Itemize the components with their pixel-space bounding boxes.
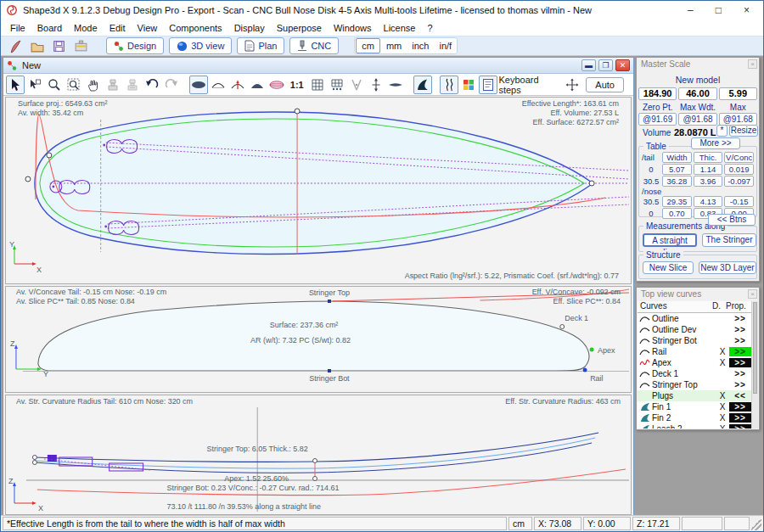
scrollbar-thumb[interactable] xyxy=(753,302,757,394)
curve-prop-button[interactable]: >> xyxy=(729,413,751,423)
stringer-bot-marker[interactable] xyxy=(328,369,331,372)
curvature-tool-icon[interactable] xyxy=(440,76,458,94)
cell-vconc[interactable]: -0.15 xyxy=(724,196,754,207)
slice-view-icon[interactable] xyxy=(209,76,228,94)
menu-item-mode[interactable]: Mode xyxy=(68,21,104,35)
save-icon[interactable] xyxy=(50,37,67,54)
tail-control-2[interactable] xyxy=(32,461,37,465)
cell-width[interactable]: 29.35 xyxy=(662,196,692,207)
control-point-1[interactable] xyxy=(47,153,52,158)
cnc-button[interactable]: CNC xyxy=(289,37,339,54)
curve-prop-button[interactable]: >> xyxy=(729,314,751,323)
cell-width[interactable]: 0.70 xyxy=(662,208,692,219)
undo-icon[interactable] xyxy=(143,76,161,94)
tail-control-1[interactable] xyxy=(32,456,37,460)
resize-grip[interactable] xyxy=(751,517,761,530)
curves-panel-close-icon[interactable]: × xyxy=(748,289,757,299)
menu-item-license[interactable]: License xyxy=(378,21,422,35)
3d-view-button[interactable]: 3D view xyxy=(169,37,232,54)
fin-tool-icon[interactable] xyxy=(413,76,432,94)
curve-row-stringer-bot[interactable]: Stringer Bot >> xyxy=(638,335,751,346)
curve-row-stringer-top[interactable]: Stringer Top >> xyxy=(638,379,751,390)
profile-view-panel[interactable]: ZX Av. Str. Curvature Radius Tail: 610 c… xyxy=(5,395,632,515)
export-machine-icon[interactable] xyxy=(72,37,89,54)
stamp-copy-icon[interactable] xyxy=(104,76,122,94)
curve-prop-button[interactable]: >> xyxy=(729,369,751,378)
design-mode-button[interactable]: Design xyxy=(106,37,164,54)
grid-icon[interactable] xyxy=(308,76,327,94)
curve-row-apex[interactable]: Apex X >> xyxy=(638,357,751,368)
control-point-center[interactable] xyxy=(295,109,300,114)
straight-line-button[interactable]: A straight line xyxy=(643,233,697,247)
unit-inch[interactable]: inch xyxy=(407,41,434,51)
top-view-panel[interactable]: YX Surface proj.: 6549.63 cm² Av. width:… xyxy=(5,97,632,284)
move-cross-icon[interactable] xyxy=(563,76,581,94)
curve-row-outline-dev[interactable]: Outline Dev >> xyxy=(638,324,751,335)
curve-row-rail[interactable]: Rail X >> xyxy=(638,346,751,357)
master-scale-close-icon[interactable]: × xyxy=(748,59,757,69)
curve-prop-button[interactable]: >> xyxy=(729,402,751,412)
curve-row-fin2[interactable]: Fin 2 X >> xyxy=(638,412,751,423)
select-multi-icon[interactable] xyxy=(25,76,44,94)
scale-1-1-button[interactable]: 1:1 xyxy=(287,80,307,90)
cell-thic[interactable]: 3.96 xyxy=(694,176,723,187)
stamp-paste-icon[interactable] xyxy=(123,76,142,94)
unit-mm[interactable]: mm xyxy=(381,41,407,51)
curve-prop-button[interactable]: >> xyxy=(729,380,751,389)
btns-toggle-button[interactable]: << Btns xyxy=(708,214,756,226)
curve-prop-button[interactable]: >> xyxy=(729,424,751,428)
curves-column-header[interactable]: Curves xyxy=(638,301,712,312)
deck-view-icon[interactable] xyxy=(248,76,267,94)
profile-view-canvas[interactable]: ZX Av. Str. Curvature Radius Tail: 610 c… xyxy=(6,395,631,514)
zero-pt-value[interactable]: @91.69 xyxy=(638,113,677,126)
profile-control-top[interactable] xyxy=(313,459,317,463)
doc-minimize-button[interactable]: ▬ xyxy=(581,59,596,71)
curve-row-leash2[interactable]: Leash 2 X >> xyxy=(638,423,751,428)
col-vconc-header[interactable]: V/Conc xyxy=(724,152,754,163)
menu-item-help[interactable]: ? xyxy=(421,21,438,35)
curve-row-plugs[interactable]: Plugs X << xyxy=(638,390,751,401)
d-column-header[interactable]: D. xyxy=(712,301,726,312)
length-value[interactable]: 184.90 xyxy=(638,87,677,100)
unit-inf[interactable]: in/f xyxy=(434,41,457,51)
max-thck-value[interactable]: @91.68 xyxy=(719,113,757,126)
curve-display-flag[interactable]: X xyxy=(716,358,729,367)
control-point-2[interactable] xyxy=(25,176,31,182)
col-width-header[interactable]: Width xyxy=(662,152,692,163)
slice-view-canvas[interactable]: ZY Av. V/Concave Tail: -0.15 cm Nose: -0… xyxy=(6,287,631,392)
max-wdt-value[interactable]: @91.68 xyxy=(678,113,716,126)
menu-item-display[interactable]: Display xyxy=(228,21,271,35)
volume-star-button[interactable]: * xyxy=(716,125,727,137)
curve-row-outline[interactable]: Outline >> xyxy=(638,313,751,324)
properties-panel-icon[interactable] xyxy=(479,76,497,94)
cell-width[interactable]: 36.28 xyxy=(662,176,692,187)
apex-marker[interactable] xyxy=(590,348,594,352)
curve-row-deck1[interactable]: Deck 1 >> xyxy=(638,368,751,379)
unit-cm[interactable]: cm xyxy=(356,38,380,53)
curve-display-flag[interactable]: X xyxy=(716,347,729,356)
new-slice-button[interactable]: New Slice xyxy=(643,261,694,274)
top-view-canvas[interactable]: YX Surface proj.: 6549.63 cm² Av. width:… xyxy=(6,98,631,283)
doc-close-button[interactable]: ✕ xyxy=(615,59,630,71)
curve-prop-button[interactable]: >> xyxy=(729,336,751,345)
open-folder-icon[interactable] xyxy=(28,37,45,54)
stringer-top-marker[interactable] xyxy=(328,300,331,303)
more-button[interactable]: More >> xyxy=(691,137,740,149)
menu-item-components[interactable]: Components xyxy=(163,21,228,35)
curve-display-flag[interactable]: X xyxy=(716,391,729,400)
curve-display-flag[interactable]: X xyxy=(716,413,729,423)
minimize-button[interactable]: – xyxy=(688,4,694,16)
resize-button[interactable]: Resize xyxy=(729,125,758,137)
thickness-value[interactable]: 5.99 xyxy=(719,87,757,100)
cell-thic[interactable]: 4.13 xyxy=(694,196,723,207)
cell-thic[interactable]: 1.14 xyxy=(694,164,723,175)
grid-handles-icon[interactable] xyxy=(328,76,346,94)
zoom-icon[interactable] xyxy=(45,76,64,94)
new-document-icon[interactable] xyxy=(6,37,23,54)
cell-width[interactable]: 5.07 xyxy=(662,164,692,175)
auto-button[interactable]: Auto xyxy=(586,77,624,92)
curve-prop-button[interactable]: >> xyxy=(729,358,751,367)
the-stringer-button[interactable]: The Stringer xyxy=(702,233,756,247)
master-scale-title[interactable]: Master Scale xyxy=(637,58,759,70)
slice-view-panel[interactable]: ZY Av. V/Concave Tail: -0.15 cm Nose: -0… xyxy=(5,286,632,393)
